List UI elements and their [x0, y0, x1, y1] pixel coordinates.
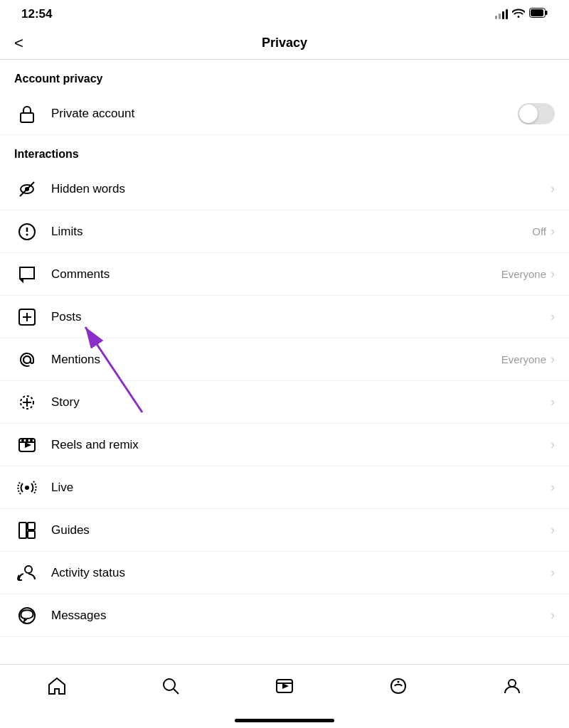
guides-label: Guides — [51, 523, 551, 537]
chevron-icon: › — [551, 395, 555, 410]
svg-rect-26 — [28, 531, 35, 538]
private-account-label: Private account — [51, 107, 518, 121]
nav-reels[interactable] — [263, 673, 306, 699]
limits-value: Off — [532, 225, 546, 237]
battery-icon — [529, 8, 548, 21]
mentions-value: Everyone — [501, 353, 546, 365]
limits-icon — [14, 219, 40, 245]
header: < Privacy — [0, 27, 569, 60]
reels-icon — [14, 432, 40, 458]
list-item-limits[interactable]: Limits Off › — [0, 210, 569, 253]
messages-label: Messages — [51, 609, 551, 623]
content-area: Account privacy Private account Interact… — [0, 60, 569, 663]
limits-label: Limits — [51, 225, 532, 239]
page-title: Privacy — [262, 36, 307, 50]
nav-profile[interactable] — [491, 673, 533, 699]
list-item-posts[interactable]: Posts › — [0, 296, 569, 338]
svg-point-23 — [25, 486, 29, 490]
chevron-icon: › — [551, 352, 555, 367]
status-icons — [495, 8, 548, 21]
svg-point-20 — [21, 439, 24, 441]
messages-icon — [14, 603, 40, 628]
comments-value: Everyone — [501, 268, 546, 280]
comments-label: Comments — [51, 267, 501, 282]
svg-marker-34 — [282, 683, 289, 689]
comment-icon — [14, 262, 40, 287]
svg-point-37 — [509, 680, 516, 687]
lock-icon — [14, 101, 40, 127]
svg-point-27 — [25, 566, 32, 573]
list-item-reels-remix[interactable]: Reels and remix › — [0, 424, 569, 466]
svg-rect-2 — [531, 9, 543, 16]
svg-rect-25 — [28, 523, 35, 530]
chevron-icon: › — [551, 267, 555, 282]
list-item-comments[interactable]: Comments Everyone › — [0, 253, 569, 296]
post-icon — [14, 304, 40, 330]
list-item-story[interactable]: Story › — [0, 381, 569, 424]
mention-icon — [14, 347, 40, 373]
list-item-guides[interactable]: Guides › — [0, 509, 569, 552]
nav-home[interactable] — [36, 673, 78, 699]
chevron-icon: › — [551, 437, 555, 452]
list-item-activity-status[interactable]: Activity status › — [0, 552, 569, 594]
chevron-icon: › — [551, 608, 555, 623]
mentions-label: Mentions — [51, 353, 501, 367]
svg-point-36 — [398, 681, 400, 683]
activity-icon — [14, 560, 40, 586]
list-item-live[interactable]: Live › — [0, 466, 569, 509]
bottom-nav — [0, 664, 569, 728]
svg-point-31 — [164, 679, 175, 690]
status-time: 12:54 — [21, 7, 52, 21]
list-item-private-account[interactable]: Private account — [0, 92, 569, 135]
status-bar: 12:54 — [0, 0, 569, 27]
story-icon — [14, 390, 40, 415]
nav-activity[interactable] — [377, 673, 420, 699]
private-account-toggle[interactable] — [518, 103, 555, 124]
activity-status-label: Activity status — [51, 566, 551, 580]
eye-hidden-icon — [14, 176, 40, 202]
live-icon — [14, 475, 40, 500]
chevron-icon: › — [551, 480, 555, 495]
posts-label: Posts — [51, 310, 551, 324]
svg-point-21 — [26, 439, 28, 441]
section-interactions: Interactions — [0, 135, 569, 168]
wifi-icon — [512, 8, 525, 21]
list-item-messages[interactable]: Messages › — [0, 594, 569, 637]
story-label: Story — [51, 395, 551, 410]
live-label: Live — [51, 481, 551, 495]
section-account-privacy: Account privacy — [0, 60, 569, 92]
chevron-icon: › — [551, 565, 555, 580]
chevron-icon: › — [551, 181, 555, 196]
guides-icon — [14, 518, 40, 543]
svg-point-22 — [30, 439, 33, 441]
reels-remix-label: Reels and remix — [51, 438, 551, 452]
svg-rect-3 — [21, 113, 33, 122]
chevron-icon: › — [551, 224, 555, 239]
signal-icon — [495, 9, 508, 19]
hidden-words-label: Hidden words — [51, 182, 551, 196]
nav-search[interactable] — [149, 673, 192, 699]
svg-marker-18 — [25, 442, 31, 448]
svg-line-32 — [174, 689, 179, 694]
svg-rect-24 — [19, 523, 26, 538]
list-item-hidden-words[interactable]: Hidden words › — [0, 168, 569, 210]
svg-point-9 — [26, 233, 28, 235]
list-item-mentions[interactable]: Mentions Everyone › — [0, 338, 569, 381]
chevron-icon: › — [551, 309, 555, 324]
back-button[interactable]: < — [14, 34, 23, 53]
svg-rect-1 — [546, 11, 548, 15]
home-indicator — [235, 719, 334, 722]
chevron-icon: › — [551, 523, 555, 537]
